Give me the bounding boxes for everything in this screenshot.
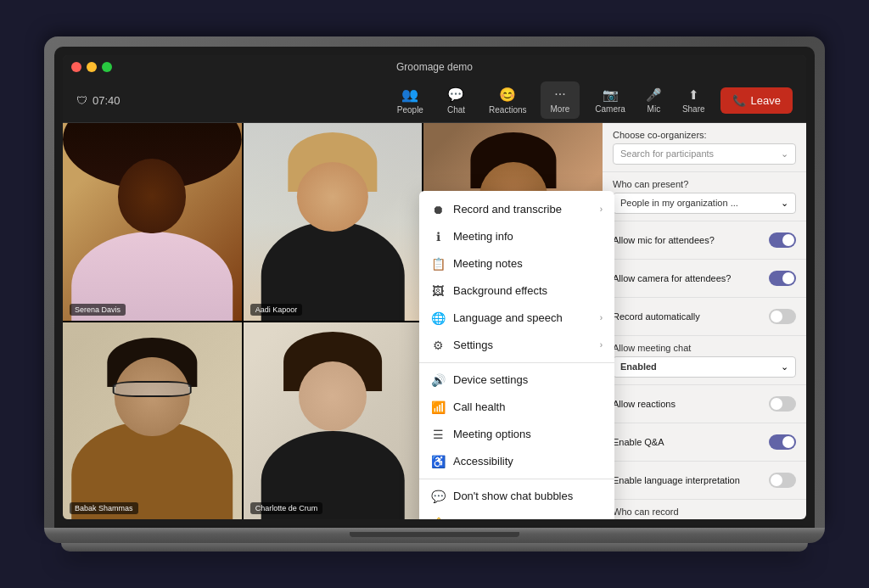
allow-camera-section: Allow camera for attendees? — [603, 260, 806, 298]
meeting-info-label: Meeting info — [453, 230, 513, 243]
reactions-button[interactable]: 😊 Reactions — [479, 81, 536, 120]
share-button[interactable]: ⬆ Share — [674, 83, 714, 118]
menu-call-health[interactable]: 📶 Call health — [419, 394, 614, 421]
allow-reactions-row: Allow reactions — [613, 392, 796, 416]
chat-button[interactable]: 💬 Chat — [437, 81, 475, 120]
accessibility-label: Accessibility — [453, 455, 513, 468]
timer: 07:40 — [93, 94, 121, 107]
menu-no-chat-bubbles[interactable]: 💬 Don't show chat bubbles — [419, 483, 614, 510]
language-icon: 🌐 — [431, 311, 445, 325]
bg-label: Background effects — [453, 284, 547, 297]
no-chat-label: Don't show chat bubbles — [453, 490, 573, 502]
menu-meeting-options[interactable]: ☰ Meeting options — [419, 421, 614, 448]
enable-qa-section: Enable Q&A — [603, 423, 806, 462]
who-can-present-dropdown[interactable]: People in my organization ... ⌄ — [613, 193, 796, 214]
allow-chat-dropdown[interactable]: Enabled ⌄ — [613, 356, 796, 378]
minimize-button[interactable] — [87, 62, 97, 72]
notes-icon: 📋 — [431, 257, 445, 271]
person-face-2 — [244, 123, 423, 321]
record-label: Record and transcribe — [453, 203, 562, 216]
laptop-bottom — [61, 543, 808, 552]
menu-accessibility[interactable]: ♿ Accessibility — [419, 448, 614, 475]
info-icon: ℹ — [431, 230, 445, 244]
meeting-notes-label: Meeting notes — [453, 257, 523, 270]
video-cell-2: Aadi Kapoor — [244, 123, 423, 321]
enable-qa-row: Enable Q&A — [613, 430, 796, 454]
device-label: Device settings — [453, 373, 528, 386]
language-label: Language and speech — [453, 311, 563, 324]
chat-icon: 💬 — [447, 87, 464, 103]
allow-reactions-toggle[interactable] — [769, 396, 796, 412]
meeting-options-label: Meeting options — [453, 428, 531, 440]
leave-button[interactable]: 📞 Leave — [720, 87, 793, 114]
menu-meeting-notes[interactable]: 📋 Meeting notes — [419, 250, 614, 277]
title-bar: Groomage demo — [63, 55, 806, 79]
menu-mute-notif[interactable]: 🔔 Mute notifications — [419, 510, 614, 520]
person-face-1 — [63, 123, 242, 321]
video-grid: Serena Davis — [63, 123, 603, 520]
video-cell-5: Charlotte de Crum — [244, 322, 423, 520]
dropdown-menu: ⏺ Record and transcribe › ℹ Meeting info… — [419, 191, 614, 520]
enable-qa-label: Enable Q&A — [613, 437, 769, 447]
menu-meeting-info[interactable]: ℹ Meeting info — [419, 223, 614, 250]
mute-icon: 🔔 — [431, 517, 445, 520]
menu-divider-1 — [419, 362, 614, 363]
language-interp-section: Enable language interpretation — [603, 462, 806, 500]
menu-language[interactable]: 🌐 Language and speech › — [419, 305, 614, 332]
record-icon: ⏺ — [431, 203, 445, 216]
main-content: Serena Davis — [63, 123, 806, 520]
phone-icon: 📞 — [732, 94, 746, 107]
share-icon: ⬆ — [688, 87, 699, 103]
cam-mic-share: 📷 Camera 🎤 Mic ⬆ Share — [586, 83, 713, 118]
menu-background[interactable]: 🖼 Background effects — [419, 277, 614, 305]
maximize-button[interactable] — [102, 62, 112, 72]
more-label: More — [551, 104, 570, 114]
more-button[interactable]: ··· More — [541, 81, 580, 119]
language-interp-toggle[interactable] — [769, 473, 796, 488]
screen-bezel: Groomage demo 🛡 07:40 — [54, 47, 815, 529]
person-face-4 — [63, 322, 242, 520]
leave-label: Leave — [751, 94, 781, 107]
bg-icon: 🖼 — [431, 284, 445, 298]
menu-record[interactable]: ⏺ Record and transcribe › — [419, 196, 614, 223]
toolbar-right: 📷 Camera 🎤 Mic ⬆ Share — [586, 83, 793, 118]
participant-search[interactable]: Search for participants ⌄ — [613, 143, 796, 165]
language-arrow: › — [600, 313, 603, 322]
chevron-down-icon: ⌄ — [781, 198, 788, 209]
chevron-down-chat-icon: ⌄ — [781, 361, 788, 372]
call-health-label: Call health — [453, 400, 505, 413]
laptop-lid: Groomage demo 🛡 07:40 — [44, 36, 825, 529]
laptop-frame: Groomage demo 🛡 07:40 — [44, 36, 825, 552]
record-auto-toggle[interactable] — [769, 309, 796, 324]
people-button[interactable]: 👥 People — [387, 81, 434, 120]
mute-label: Mute notifications — [453, 517, 539, 519]
menu-device-settings[interactable]: 🔊 Device settings — [419, 367, 614, 394]
who-can-present-label: Who can present? — [613, 179, 796, 189]
allow-camera-row: Allow camera for attendees? — [613, 266, 796, 290]
timer-display: 🛡 07:40 — [76, 94, 121, 107]
close-button[interactable] — [71, 62, 81, 72]
more-icon: ··· — [554, 87, 565, 102]
allow-mic-toggle[interactable] — [769, 232, 796, 248]
app-container: 🛡 07:40 👥 People 💬 Chat — [63, 79, 806, 520]
coorganizers-label: Choose co-organizers: — [613, 130, 796, 140]
name-tag-5: Charlotte de Crum — [250, 502, 323, 514]
camera-label: Camera — [595, 104, 625, 114]
no-chat-icon: 💬 — [431, 490, 445, 503]
chat-label: Chat — [447, 105, 465, 115]
enable-qa-toggle[interactable] — [769, 434, 796, 450]
name-tag-2: Aadi Kapoor — [250, 304, 303, 316]
people-label: People — [397, 105, 423, 115]
camera-button[interactable]: 📷 Camera — [586, 83, 634, 118]
shield-icon: 🛡 — [76, 94, 87, 107]
mic-button[interactable]: 🎤 Mic — [637, 83, 670, 118]
menu-settings[interactable]: ⚙ Settings › — [419, 332, 614, 359]
search-placeholder: Search for participants — [620, 148, 714, 159]
options-icon: ☰ — [431, 428, 445, 441]
allow-reactions-label: Allow reactions — [613, 399, 769, 409]
person-face-5 — [244, 322, 423, 520]
allow-camera-toggle[interactable] — [769, 271, 796, 286]
record-auto-row: Record automatically — [613, 305, 796, 328]
people-icon: 👥 — [401, 87, 418, 103]
name-tag-1: Serena Davis — [70, 304, 126, 316]
